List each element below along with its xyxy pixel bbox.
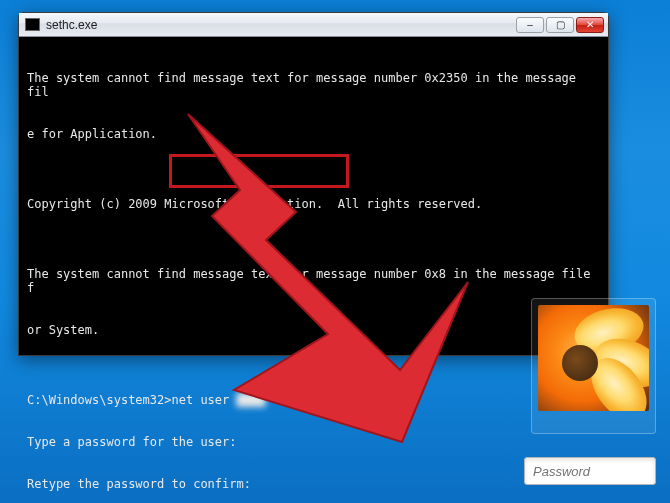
redacted-username: ████ (237, 393, 266, 407)
user-login-tile[interactable] (531, 298, 656, 434)
avatar (538, 305, 649, 411)
console-line: The system cannot find message text for … (27, 71, 600, 99)
console-line: The system cannot find message text for … (27, 267, 600, 295)
flower-center-icon (562, 345, 598, 381)
console-line: or System. (27, 323, 600, 337)
command-line: C:\Windows\system32>net user ████ * (27, 393, 600, 407)
prompt: C:\Windows\system32> (27, 393, 172, 407)
console-line: Type a password for the user: (27, 435, 600, 449)
command-tail: * (265, 393, 279, 407)
cmd-icon (25, 18, 40, 31)
window-title: sethc.exe (46, 18, 516, 32)
titlebar[interactable]: sethc.exe – ▢ ✕ (19, 13, 608, 37)
minimize-button[interactable]: – (516, 17, 544, 33)
close-button[interactable]: ✕ (576, 17, 604, 33)
console-body[interactable]: The system cannot find message text for … (19, 37, 608, 503)
command-highlight (169, 154, 349, 188)
password-input-wrap[interactable] (524, 457, 656, 485)
console-line: Retype the password to confirm: (27, 477, 600, 491)
console-line: e for Application. (27, 127, 600, 141)
password-input[interactable] (533, 464, 647, 479)
console-window: sethc.exe – ▢ ✕ The system cannot find m… (18, 12, 609, 356)
command-text: net user (172, 393, 237, 407)
maximize-button[interactable]: ▢ (546, 17, 574, 33)
console-line: Copyright (c) 2009 Microsoft Corporation… (27, 197, 600, 211)
window-controls: – ▢ ✕ (516, 17, 604, 33)
